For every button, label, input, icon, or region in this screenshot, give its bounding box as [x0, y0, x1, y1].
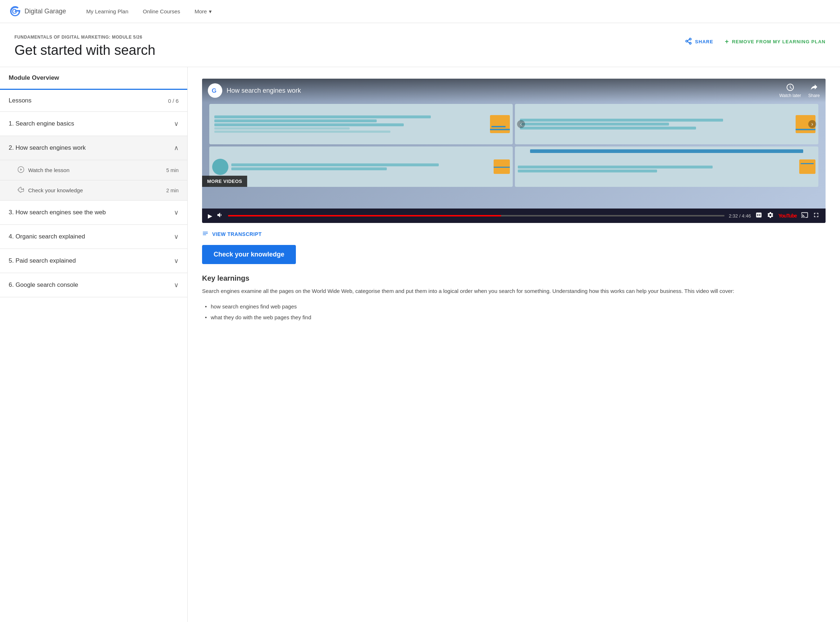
key-learnings-title: Key learnings — [202, 274, 826, 282]
svg-text:G: G — [12, 8, 17, 15]
lesson-4-header[interactable]: 4. Organic search explained — [0, 225, 187, 249]
key-learnings: Key learnings Search engines examine all… — [202, 274, 826, 323]
share-icon — [685, 38, 692, 46]
lesson-6-chevron-icon — [174, 281, 179, 289]
module-overview-header[interactable]: Module Overview — [0, 67, 187, 90]
check-knowledge-side-label: Check your knowledge — [28, 187, 83, 193]
watch-later-label: Watch later — [779, 93, 801, 98]
youtube-logo: YouTube — [778, 213, 797, 219]
play-circle-icon — [17, 166, 25, 174]
watch-lesson-item[interactable]: Watch the lesson 5 min — [0, 160, 187, 180]
bullet-1: how search engines find web pages — [205, 301, 826, 312]
brand-text: Digital Garage — [25, 8, 66, 15]
video-logo: G — [208, 83, 222, 98]
lesson-1-chevron-icon — [174, 120, 179, 128]
lessons-label: Lessons — [9, 97, 32, 104]
watch-lesson-label: Watch the lesson — [28, 167, 69, 173]
lesson-6-header[interactable]: 6. Google search console — [0, 273, 187, 297]
lessons-count: 0 / 6 — [168, 98, 179, 104]
transcript-icon — [202, 230, 208, 238]
svg-marker-8 — [20, 169, 22, 171]
lesson-2-chevron-icon — [174, 144, 179, 152]
more-label: More — [194, 8, 207, 14]
video-actions-top: Watch later Share — [779, 83, 820, 98]
view-transcript-button[interactable]: VIEW TRANSCRIPT — [202, 230, 826, 238]
lesson-5-chevron-icon — [174, 257, 179, 265]
share-button[interactable]: SHARE — [685, 38, 713, 46]
check-knowledge-item[interactable]: Check your knowledge 2 min — [0, 180, 187, 200]
page-actions: SHARE + REMOVE FROM MY LEARNING PLAN — [685, 38, 826, 46]
video-player[interactable]: G How search engines work Watch later — [202, 79, 826, 223]
main-layout: Module Overview Lessons 0 / 6 1. Search … — [0, 67, 840, 622]
more-videos-badge: MORE VIDEOS — [202, 176, 247, 187]
logo[interactable]: G Digital Garage — [9, 5, 66, 18]
lesson-4-chevron-icon — [174, 233, 179, 241]
svg-point-4 — [690, 42, 691, 44]
lesson-item-2[interactable]: 2. How search engines work Watch the les… — [0, 136, 187, 200]
prev-arrow-icon: ‹ — [517, 120, 525, 128]
video-thumbnail: G How search engines work Watch later — [202, 79, 826, 208]
navigation: G Digital Garage My Learning Plan Online… — [0, 0, 840, 23]
lesson-item-5[interactable]: 5. Paid search explained — [0, 249, 187, 273]
lessons-header: Lessons 0 / 6 — [0, 90, 187, 112]
remove-label: REMOVE FROM MY LEARNING PLAN — [732, 39, 826, 44]
cast-button[interactable] — [801, 211, 808, 220]
key-learnings-text: Search engines examine all the pages on … — [202, 287, 826, 295]
nav-more[interactable]: More ▾ — [189, 5, 217, 18]
lesson-5-header[interactable]: 5. Paid search explained — [0, 249, 187, 273]
svg-line-5 — [688, 41, 690, 43]
volume-button[interactable] — [216, 211, 224, 220]
lesson-1-header[interactable]: 1. Search engine basics — [0, 112, 187, 135]
view-transcript-label: VIEW TRANSCRIPT — [212, 231, 262, 237]
progress-bar-fill — [228, 215, 501, 216]
watch-lesson-time: 5 min — [166, 167, 179, 173]
key-learnings-list: how search engines find web pages what t… — [202, 301, 826, 323]
lesson-3-label: 3. How search engines see the web — [9, 209, 106, 216]
video-share-label: Share — [808, 93, 820, 98]
lesson-1-label: 1. Search engine basics — [9, 120, 74, 128]
svg-line-6 — [688, 39, 690, 40]
remove-learning-plan-button[interactable]: + REMOVE FROM MY LEARNING PLAN — [725, 38, 826, 46]
lesson-6-label: 6. Google search console — [9, 281, 78, 288]
check-knowledge-side-time: 2 min — [166, 187, 179, 193]
lesson-3-header[interactable]: 3. How search engines see the web — [0, 200, 187, 224]
svg-point-3 — [686, 40, 688, 42]
fullscreen-button[interactable] — [813, 211, 820, 220]
lesson-2-sub-items: Watch the lesson 5 min Check your knowle… — [0, 160, 187, 200]
share-label: SHARE — [695, 39, 713, 44]
content-area: G How search engines work Watch later — [188, 67, 840, 622]
video-cell-2: ‹ › — [515, 104, 818, 144]
video-overlay-top: G How search engines work Watch later — [202, 79, 826, 102]
lesson-item-4[interactable]: 4. Organic search explained — [0, 225, 187, 249]
video-cell-1 — [209, 104, 513, 144]
lesson-2-label: 2. How search engines work — [9, 144, 86, 151]
chevron-down-icon: ▾ — [209, 8, 212, 15]
nav-links: My Learning Plan Online Courses More ▾ — [80, 5, 217, 18]
video-cell-4 — [515, 147, 818, 187]
lesson-2-header[interactable]: 2. How search engines work — [0, 136, 187, 160]
lesson-item-6[interactable]: 6. Google search console — [0, 273, 187, 297]
video-share-button[interactable]: Share — [808, 83, 820, 98]
captions-button[interactable] — [755, 211, 763, 220]
settings-button[interactable] — [767, 211, 774, 220]
page-title: Get started with search — [14, 43, 156, 58]
lesson-5-label: 5. Paid search explained — [9, 257, 76, 265]
google-g-icon: G — [9, 5, 22, 18]
lesson-3-chevron-icon — [174, 208, 179, 216]
video-controls: ▶ 2:32 / 4:46 — [202, 208, 826, 223]
nav-online-courses[interactable]: Online Courses — [137, 5, 186, 18]
sidebar: Module Overview Lessons 0 / 6 1. Search … — [0, 67, 188, 622]
lesson-item-1[interactable]: 1. Search engine basics — [0, 112, 187, 136]
check-knowledge-button[interactable]: Check your knowledge — [202, 245, 296, 264]
nav-my-learning-plan[interactable]: My Learning Plan — [80, 5, 134, 18]
lesson-4-label: 4. Organic search explained — [9, 233, 85, 240]
play-button[interactable]: ▶ — [208, 213, 212, 219]
bullet-2: what they do with the web pages they fin… — [205, 312, 826, 323]
lesson-item-3[interactable]: 3. How search engines see the web — [0, 200, 187, 225]
video-title: How search engines work — [227, 87, 779, 95]
page-header: FUNDAMENTALS OF DIGITAL MARKETING: MODUL… — [0, 23, 840, 67]
watch-later-button[interactable]: Watch later — [779, 83, 801, 98]
check-knowledge-left: Check your knowledge — [17, 186, 83, 194]
progress-bar[interactable] — [228, 215, 725, 216]
next-arrow-icon: › — [808, 120, 816, 128]
